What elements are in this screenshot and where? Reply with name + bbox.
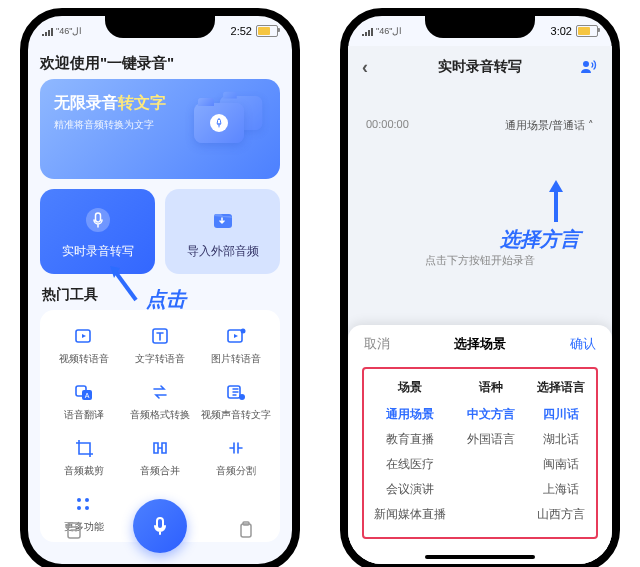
bottom-bar (28, 494, 292, 558)
tool-image[interactable]: 图片转语音 (198, 324, 274, 366)
option-row[interactable]: 新闻媒体直播山西方言 (364, 502, 596, 527)
top-bar: ‹ 实时录音转写 (348, 46, 612, 88)
rec-timer: 00:00:00 (366, 118, 409, 133)
translate-icon: A (72, 380, 96, 404)
phone-transcribe: "46"ال 3:02 ‹ 实时录音转写 00:00:00 通用场景/普通话 ˄… (340, 8, 620, 567)
home-indicator[interactable] (425, 555, 535, 559)
mode-selector[interactable]: 通用场景/普通话 ˄ (505, 118, 594, 133)
notch (425, 16, 535, 38)
tool-text[interactable]: 文字转语音 (122, 324, 198, 366)
back-icon[interactable]: ‹ (362, 57, 368, 78)
tool-convert[interactable]: 音频格式转换 (122, 380, 198, 422)
tool-merge[interactable]: 音频合并 (122, 436, 198, 478)
signal-icon (362, 27, 374, 36)
status-time: 2:52 (231, 25, 252, 37)
battery-icon (256, 25, 278, 37)
record-button[interactable] (133, 499, 187, 553)
hero-banner[interactable]: 无限录音转文字 精准将音频转换为文字 (40, 79, 280, 179)
tool-extract[interactable]: 视频声音转文字 (198, 380, 274, 422)
hero-icon (192, 89, 266, 153)
cancel-button[interactable]: 取消 (364, 335, 390, 353)
import-icon (206, 203, 240, 237)
merge-icon (148, 436, 172, 460)
text-icon (148, 324, 172, 348)
card-import-audio[interactable]: 导入外部音频 (165, 189, 280, 274)
split-icon (224, 436, 248, 460)
option-row[interactable]: 会议演讲上海话 (364, 477, 596, 502)
speaker-icon[interactable] (580, 58, 598, 77)
convert-icon (148, 380, 172, 404)
signal-icon (42, 27, 54, 36)
card-realtime-transcribe[interactable]: 实时录音转写 (40, 189, 155, 274)
tool-crop[interactable]: 音频裁剪 (46, 436, 122, 478)
scene-sheet: 取消 选择场景 确认 场景 语种 选择语言 通用场景中文方言四川话教育直播外国语… (348, 325, 612, 564)
files-icon[interactable] (64, 520, 84, 544)
svg-point-5 (241, 329, 246, 334)
video-icon (72, 324, 96, 348)
battery-icon (576, 25, 598, 37)
svg-text:A: A (85, 392, 90, 399)
tool-split[interactable]: 音频分割 (198, 436, 274, 478)
option-row[interactable]: 通用场景中文方言四川话 (364, 402, 596, 427)
tool-translate[interactable]: A语音翻译 (46, 380, 122, 422)
notch (105, 16, 215, 38)
status-time: 3:02 (551, 25, 572, 37)
chevron-up-icon: ˄ (588, 119, 594, 131)
svg-point-10 (239, 394, 245, 400)
welcome-title: 欢迎使用"一键录音" (40, 54, 280, 73)
extract-icon (224, 380, 248, 404)
page-title: 实时录音转写 (438, 58, 522, 76)
options-box: 场景 语种 选择语言 通用场景中文方言四川话教育直播外国语言湖北话在线医疗闽南话… (362, 367, 598, 539)
confirm-button[interactable]: 确认 (570, 335, 596, 353)
svg-point-0 (86, 208, 110, 232)
section-title: 热门工具 (42, 286, 278, 304)
clipboard-icon[interactable] (236, 520, 256, 544)
phone-home: "46"ال 2:52 欢迎使用"一键录音" 无限录音转文字 精准将音频转换为文… (20, 8, 300, 567)
option-row[interactable]: 教育直播外国语言湖北话 (364, 427, 596, 452)
mic-icon (81, 203, 115, 237)
option-row[interactable]: 在线医疗闽南话 (364, 452, 596, 477)
sheet-title: 选择场景 (454, 335, 506, 353)
image-icon (224, 324, 248, 348)
start-hint: 点击下方按钮开始录音 (366, 253, 594, 268)
crop-icon (72, 436, 96, 460)
tool-video[interactable]: 视频转语音 (46, 324, 122, 366)
svg-rect-16 (241, 524, 251, 537)
